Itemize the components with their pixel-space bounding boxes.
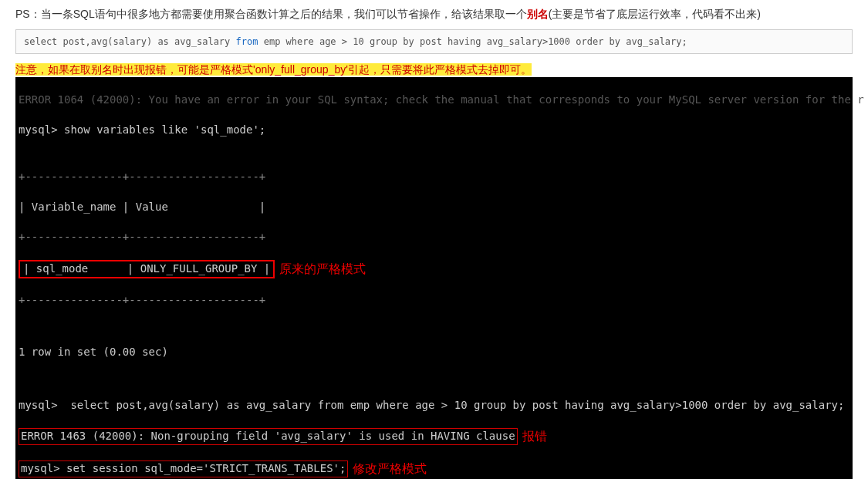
code-keyword-from: from <box>236 36 258 47</box>
ps-alias-word: 别名 <box>527 8 549 20</box>
ps-text: PS：当一条SQL语句中很多地方都需要使用聚合函数计算之后的结果，我们可以节省操… <box>15 8 853 22</box>
cmd-select-having: mysql> select post,avg(salary) as avg_sa… <box>19 398 849 413</box>
mysql-terminal: ERROR 1064 (42000): You have an error in… <box>15 77 853 479</box>
annotation-original-strict-mode: 原来的严格模式 <box>279 261 366 278</box>
faded-error-top: ERROR 1064 (42000): You have an error in… <box>19 93 849 108</box>
highlighted-row-only-full-group-by: | sql_mode | ONLY_FULL_GROUP_BY | <box>19 260 275 278</box>
table-sep: +---------------+--------------------+ <box>19 170 366 185</box>
annotation-error: 报错 <box>522 428 547 445</box>
highlighted-set-session: mysql> set session sql_mode='STRICT_TRAN… <box>19 460 348 477</box>
code-pre: select post,avg(salary) as avg_salary <box>24 36 236 47</box>
result-count: 1 row in set (0.00 sec) <box>19 345 849 360</box>
cmd-set-session: mysql> set session sql_mode='STRICT_TRAN… <box>21 462 346 474</box>
table-header: | Variable_name | Value | <box>19 200 366 215</box>
table-sep: +---------------+--------------------+ <box>19 293 366 309</box>
sql-code-box: select post,avg(salary) as avg_salary fr… <box>15 29 853 54</box>
annotation-modify-strict-mode: 修改严格模式 <box>353 460 427 477</box>
table-row: | sql_mode | ONLY_FULL_GROUP_BY | <box>23 262 270 275</box>
table-sep: +---------------+--------------------+ <box>19 230 366 245</box>
ps-prefix: PS：当一条SQL语句中很多地方都需要使用聚合函数计算之后的结果，我们可以节省操… <box>15 8 527 20</box>
highlighted-error-1463: ERROR 1463 (42000): Non-grouping field '… <box>19 428 518 445</box>
note-line: 注意，如果在取别名时出现报错，可能是严格模式'only_full_group_b… <box>15 63 853 77</box>
code-post: emp where age > 10 group by post having … <box>258 36 687 47</box>
error-line: ERROR 1463 (42000): Non-grouping field '… <box>21 430 515 442</box>
ps-suffix: (主要是节省了底层运行效率，代码看不出来) <box>549 8 761 20</box>
cmd-show-variables-1: mysql> show variables like 'sql_mode'; <box>19 123 849 138</box>
result-table-1: +---------------+--------------------+ |… <box>19 154 366 324</box>
note-highlighted: 注意，如果在取别名时出现报错，可能是严格模式'only_full_group_b… <box>15 63 532 76</box>
